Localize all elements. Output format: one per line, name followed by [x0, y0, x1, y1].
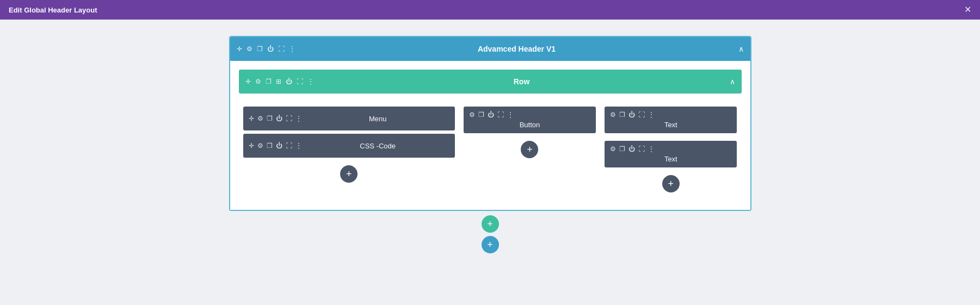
canvas: ✛ ⚙ ❐ ⏻ ⛶ ⋮ Advamced Header V1 ∧ ✛ ⚙ ❐ ⊞… — [0, 20, 980, 305]
menu-block-label: Menu — [306, 115, 449, 123]
menu-trash-icon[interactable]: ⛶ — [286, 115, 292, 122]
bottom-add-area: + + — [482, 211, 499, 256]
button-dots-icon[interactable]: ⋮ — [507, 111, 514, 119]
trash-icon[interactable]: ⛶ — [278, 45, 285, 53]
copy-icon[interactable]: ❐ — [257, 45, 263, 53]
row-gear-icon[interactable]: ⚙ — [255, 78, 261, 85]
column-2: ⚙ ❐ ⏻ ⛶ ⋮ Button + — [464, 107, 596, 158]
text1-copy-icon[interactable]: ❐ — [619, 111, 625, 119]
text1-block-label: Text — [610, 121, 731, 129]
menu-move-icon[interactable]: ✛ — [249, 115, 254, 122]
row-bar: ✛ ⚙ ❐ ⊞ ⏻ ⛶ ⋮ Row ∧ — [239, 70, 742, 94]
row-container: ✛ ⚙ ❐ ⊞ ⏻ ⛶ ⋮ Row ∧ ✛ — [230, 61, 750, 210]
text1-power-icon[interactable]: ⏻ — [628, 111, 635, 119]
text1-dots-icon[interactable]: ⋮ — [648, 111, 655, 119]
power-icon[interactable]: ⏻ — [267, 45, 274, 53]
module-header-title: Advamced Header V1 — [295, 45, 738, 53]
text1-block-icons: ⚙ ❐ ⏻ ⛶ ⋮ — [610, 111, 731, 119]
csscode-dots-icon[interactable]: ⋮ — [295, 142, 302, 150]
row-chevron-up-icon[interactable]: ∧ — [730, 77, 735, 86]
bottom-add-section-button[interactable]: + — [482, 236, 499, 253]
text2-gear-icon[interactable]: ⚙ — [610, 145, 616, 153]
title-bar: Edit Global Header Layout ✕ — [0, 0, 980, 20]
row-dots-icon[interactable]: ⋮ — [307, 78, 314, 85]
button-power-icon[interactable]: ⏻ — [488, 111, 494, 119]
menu-block[interactable]: ✛ ⚙ ❐ ⏻ ⛶ ⋮ Menu — [243, 107, 455, 130]
col3-add-button[interactable]: + — [662, 175, 680, 192]
text2-trash-icon[interactable]: ⛶ — [638, 145, 645, 153]
csscode-block-label: CSS -Code — [306, 142, 449, 150]
title-bar-title: Edit Global Header Layout — [9, 6, 97, 14]
text1-trash-icon[interactable]: ⛶ — [638, 111, 645, 119]
csscode-block[interactable]: ✛ ⚙ ❐ ⏻ ⛶ ⋮ CSS -Code — [243, 134, 455, 158]
text2-block-icons: ⚙ ❐ ⏻ ⛶ ⋮ — [610, 145, 731, 153]
text-block-1[interactable]: ⚙ ❐ ⏻ ⛶ ⋮ Text — [605, 107, 737, 133]
button-gear-icon[interactable]: ⚙ — [469, 111, 475, 119]
col1-add-button[interactable]: + — [340, 165, 358, 183]
module-chevron-up-icon[interactable]: ∧ — [738, 45, 744, 53]
button-copy-icon[interactable]: ❐ — [478, 111, 484, 119]
text2-dots-icon[interactable]: ⋮ — [648, 145, 655, 153]
column-1: ✛ ⚙ ❐ ⏻ ⛶ ⋮ Menu ✛ ⚙ — [243, 107, 455, 183]
menu-dots-icon[interactable]: ⋮ — [295, 115, 302, 122]
row-power-icon[interactable]: ⏻ — [286, 78, 292, 85]
text-block-2[interactable]: ⚙ ❐ ⏻ ⛶ ⋮ Text — [605, 141, 737, 167]
csscode-copy-icon[interactable]: ❐ — [267, 142, 273, 150]
close-button[interactable]: ✕ — [964, 5, 971, 14]
row-grid-icon[interactable]: ⊞ — [276, 78, 281, 85]
button-trash-icon[interactable]: ⛶ — [497, 111, 504, 119]
menu-block-icons: ✛ ⚙ ❐ ⏻ ⛶ ⋮ — [249, 115, 302, 122]
dots-icon[interactable]: ⋮ — [289, 45, 295, 53]
menu-copy-icon[interactable]: ❐ — [267, 115, 273, 122]
text2-block-label: Text — [610, 155, 731, 163]
csscode-trash-icon[interactable]: ⛶ — [286, 142, 292, 150]
csscode-block-icons: ✛ ⚙ ❐ ⏻ ⛶ ⋮ — [249, 142, 302, 150]
module-header: ✛ ⚙ ❐ ⏻ ⛶ ⋮ Advamced Header V1 ∧ — [230, 37, 750, 61]
col2-add-button[interactable]: + — [521, 141, 538, 158]
row-trash-icon[interactable]: ⛶ — [297, 78, 303, 85]
row-move-icon[interactable]: ✛ — [245, 78, 251, 85]
menu-gear-icon[interactable]: ⚙ — [257, 115, 263, 122]
button-block[interactable]: ⚙ ❐ ⏻ ⛶ ⋮ Button — [464, 107, 596, 133]
move-icon[interactable]: ✛ — [237, 45, 242, 53]
gear-icon[interactable]: ⚙ — [246, 45, 252, 53]
row-bar-icons: ✛ ⚙ ❐ ⊞ ⏻ ⛶ ⋮ — [245, 78, 314, 85]
csscode-power-icon[interactable]: ⏻ — [276, 142, 282, 150]
text2-copy-icon[interactable]: ❐ — [619, 145, 625, 153]
csscode-gear-icon[interactable]: ⚙ — [257, 142, 263, 150]
module-outer: ✛ ⚙ ❐ ⏻ ⛶ ⋮ Advamced Header V1 ∧ ✛ ⚙ ❐ ⊞… — [229, 36, 751, 211]
row-copy-icon[interactable]: ❐ — [266, 78, 272, 85]
column-3: ⚙ ❐ ⏻ ⛶ ⋮ Text ⚙ ❐ ⏻ — [605, 107, 737, 192]
row-bar-title: Row — [314, 77, 730, 86]
button-block-icons: ⚙ ❐ ⏻ ⛶ ⋮ — [469, 111, 590, 119]
text2-power-icon[interactable]: ⏻ — [628, 145, 635, 153]
text1-gear-icon[interactable]: ⚙ — [610, 111, 616, 119]
menu-power-icon[interactable]: ⏻ — [276, 115, 282, 122]
module-header-icons: ✛ ⚙ ❐ ⏻ ⛶ ⋮ — [237, 45, 295, 53]
csscode-move-icon[interactable]: ✛ — [249, 142, 254, 150]
button-block-label: Button — [469, 121, 590, 129]
bottom-add-row-button[interactable]: + — [482, 215, 499, 233]
columns-layout: ✛ ⚙ ❐ ⏻ ⛶ ⋮ Menu ✛ ⚙ — [239, 102, 742, 201]
